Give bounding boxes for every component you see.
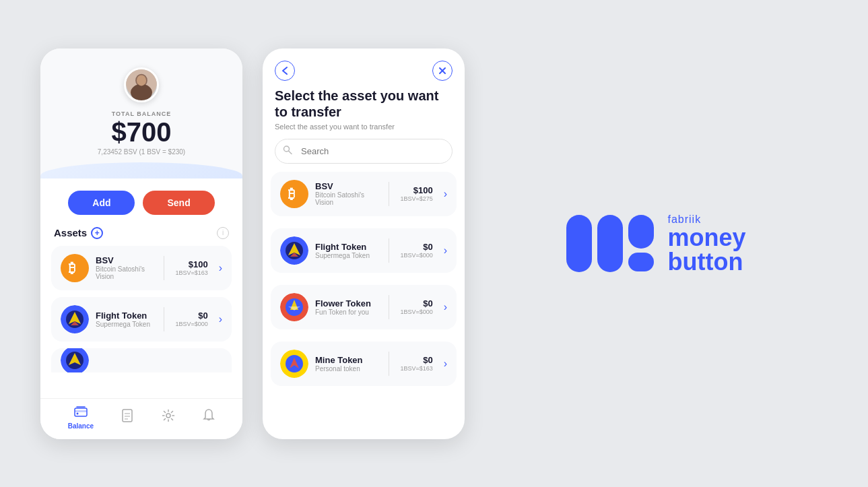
search-input[interactable] — [275, 139, 453, 164]
nav-notifications[interactable] — [203, 409, 215, 426]
balance-header: TOTAL BALANCE $700 7,23452 BSV (1 BSV = … — [40, 48, 242, 178]
balance-amount: $700 — [54, 119, 229, 145]
fabriik-logo: fabriik money button — [566, 214, 745, 274]
assets-title: Assets + — [54, 227, 103, 239]
nav-balance[interactable]: Balance — [68, 405, 94, 430]
right-asset-card-bsv[interactable]: ₿ BSV Bitcoin Satoshi's Vision $100 1BSV… — [271, 172, 457, 216]
asset-card-partial — [51, 348, 232, 372]
right-bsv-icon: ₿ — [280, 180, 308, 208]
asset-sub-bsv: Bitcoin Satoshi's Vision — [96, 265, 153, 280]
send-button[interactable]: Send — [143, 191, 214, 215]
balance-nav-icon — [74, 405, 88, 421]
asset-arrow-bsv[interactable]: › — [219, 262, 222, 274]
nav-balance-label: Balance — [68, 422, 94, 430]
docs-nav-icon — [121, 409, 133, 426]
avatar[interactable] — [124, 67, 159, 102]
logo-pill-a — [566, 215, 592, 272]
logo-pill-c-top — [628, 215, 654, 249]
svg-text:₿: ₿ — [288, 187, 295, 201]
right-asset-name-bsv: BSV — [315, 181, 378, 191]
logo-pills — [566, 215, 654, 272]
asset-name-flight: Flight Token — [96, 311, 153, 321]
asset-card-bsv[interactable]: ₿ BSV Bitcoin Satoshi's Vision $100 1BSV… — [51, 246, 232, 290]
right-asset-info-flight: Flight Token Supermega Token — [315, 242, 378, 259]
main-container: TOTAL BALANCE $700 7,23452 BSV (1 BSV = … — [0, 28, 868, 459]
asset-rate-bsv: 1BSV=$163 — [175, 269, 207, 276]
asset-usd-bsv: $100 — [175, 259, 207, 269]
right-asset-name-flight: Flight Token — [315, 242, 378, 252]
right-asset-value-flight: $0 1BSV=$000 — [400, 242, 432, 259]
nav-settings[interactable] — [162, 409, 175, 426]
divider — [389, 295, 389, 319]
branding-section: fabriik money button — [485, 214, 828, 274]
asset-info-flight: Flight Token Supermega Token — [96, 311, 153, 328]
right-asset-name-mine: Mine Token — [315, 355, 378, 365]
search-bar — [275, 139, 453, 164]
flight-token-icon — [61, 305, 89, 333]
right-asset-value-flower: $0 1BSV=$000 — [400, 298, 432, 315]
brand-money: money — [667, 226, 745, 250]
bell-icon — [203, 409, 215, 426]
add-asset-icon[interactable]: + — [91, 227, 103, 239]
svg-rect-12 — [123, 410, 132, 422]
divider — [164, 307, 164, 331]
bsv-icon: ₿ — [61, 254, 89, 282]
right-asset-info-mine: Mine Token Personal token — [315, 355, 378, 372]
right-flight-icon — [280, 236, 308, 265]
back-button[interactable] — [275, 61, 295, 81]
assets-section: Assets + i ₿ BSV Bitcoin Satoshi's Visio… — [40, 227, 242, 398]
asset-name-bsv: BSV — [96, 255, 153, 265]
right-title: Select the asset you want to transfer — [275, 88, 453, 120]
add-button[interactable]: Add — [68, 191, 135, 215]
svg-point-16 — [166, 414, 170, 418]
right-asset-arrow-bsv[interactable]: › — [444, 188, 447, 200]
right-asset-sub-flower: Fun Token for you — [315, 309, 378, 316]
right-asset-sub-flight: Supermega Token — [315, 252, 378, 259]
balance-sub: 7,23452 BSV (1 BSV = $230) — [54, 148, 229, 156]
mine-token-icon — [280, 350, 308, 378]
svg-point-11 — [76, 412, 78, 414]
right-asset-value-mine: $0 1BSV=$163 — [400, 355, 432, 372]
total-balance-label: TOTAL BALANCE — [54, 110, 229, 117]
right-asset-rate-bsv: 1BSV=$275 — [400, 195, 432, 202]
right-asset-value-bsv: $100 1BSV=$275 — [400, 185, 432, 202]
right-asset-card-flight[interactable]: Flight Token Supermega Token $0 1BSV=$00… — [271, 228, 457, 273]
right-asset-arrow-flight[interactable]: › — [444, 245, 447, 257]
asset-usd-flight: $0 — [175, 311, 207, 321]
flower-token-icon — [280, 293, 308, 321]
right-asset-usd-mine: $0 — [400, 355, 432, 365]
left-phone-panel: TOTAL BALANCE $700 7,23452 BSV (1 BSV = … — [40, 48, 242, 439]
right-asset-arrow-flower[interactable]: › — [444, 301, 447, 313]
svg-line-20 — [289, 151, 292, 154]
right-subtitle: Select the asset you want to transfer — [275, 123, 453, 131]
bottom-nav: Balance — [40, 398, 242, 439]
right-asset-arrow-mine[interactable]: › — [444, 358, 447, 370]
asset-value-bsv: $100 1BSV=$163 — [175, 259, 207, 276]
asset-card-flight[interactable]: Flight Token Supermega Token $0 1BSV=$00… — [51, 297, 232, 342]
right-asset-card-flower[interactable]: Flower Token Fun Token for you $0 1BSV=$… — [271, 285, 457, 329]
info-icon[interactable]: i — [217, 227, 229, 239]
asset-info-bsv: BSV Bitcoin Satoshi's Vision — [96, 255, 153, 280]
divider — [389, 238, 389, 263]
right-asset-rate-flower: 1BSV=$000 — [400, 309, 432, 315]
close-button[interactable] — [432, 61, 453, 81]
logo-pill-b — [597, 215, 623, 272]
nav-docs[interactable] — [121, 409, 133, 426]
logo-pill-c-wrap — [628, 215, 654, 271]
svg-rect-10 — [75, 410, 87, 412]
search-icon — [283, 145, 292, 157]
right-asset-sub-mine: Personal token — [315, 365, 378, 372]
right-asset-info-bsv: BSV Bitcoin Satoshi's Vision — [315, 181, 378, 206]
divider — [389, 182, 389, 206]
assets-header: Assets + i — [51, 227, 232, 239]
brand-text: fabriik money button — [667, 214, 745, 274]
action-buttons-row: Add Send — [40, 178, 242, 227]
svg-point-2 — [131, 84, 152, 100]
partial-token-icon — [61, 348, 89, 372]
right-asset-card-mine[interactable]: Mine Token Personal token $0 1BSV=$163 › — [271, 342, 457, 386]
right-phone-panel: Select the asset you want to transfer Se… — [263, 48, 465, 439]
asset-arrow-flight[interactable]: › — [219, 313, 222, 325]
right-header — [263, 48, 465, 88]
asset-list: ₿ BSV Bitcoin Satoshi's Vision $100 1BSV… — [263, 172, 465, 439]
right-asset-name-flower: Flower Token — [315, 298, 378, 309]
